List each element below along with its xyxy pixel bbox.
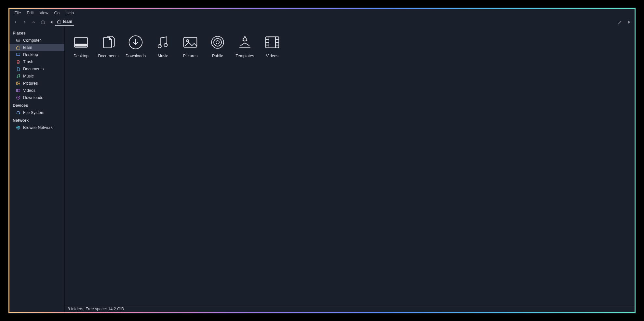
home-icon xyxy=(16,45,20,50)
downloads-icon xyxy=(16,95,20,100)
svg-point-21 xyxy=(158,45,161,48)
sidebar-item-computer[interactable]: Computer xyxy=(9,37,64,44)
svg-point-16 xyxy=(19,113,19,114)
folder-label: Downloads xyxy=(126,54,146,58)
back-button[interactable] xyxy=(11,18,20,26)
downloads-folder-icon xyxy=(127,34,144,51)
music-icon xyxy=(16,74,20,78)
menu-view[interactable]: View xyxy=(37,10,51,16)
menu-bar: FileEditViewGoHelp xyxy=(9,9,635,17)
folder-label: Templates xyxy=(236,54,254,58)
breadcrumb-right-icon[interactable] xyxy=(624,18,633,26)
folder-grid[interactable]: DesktopDocumentsDownloadsMusicPicturesPu… xyxy=(65,27,635,305)
svg-point-27 xyxy=(211,36,223,48)
folder-templates[interactable]: Templates xyxy=(231,32,259,60)
folder-label: Music xyxy=(158,54,168,58)
music-folder-icon xyxy=(154,34,172,51)
sidebar-item-documents[interactable]: Documents xyxy=(9,65,64,73)
documents-folder-icon xyxy=(100,34,117,51)
breadcrumb-left-icon[interactable] xyxy=(50,20,53,24)
sidebar-item-pictures[interactable]: Pictures xyxy=(9,80,64,87)
sidebar-header-places: Places xyxy=(9,29,64,37)
sidebar-item-label: Browse Network xyxy=(23,125,53,130)
sidebar-item-file-system[interactable]: File System xyxy=(9,109,64,116)
sidebar-item-music[interactable]: Music xyxy=(9,73,64,80)
folder-label: Documents xyxy=(98,54,118,58)
home-button[interactable] xyxy=(38,18,47,26)
menu-edit[interactable]: Edit xyxy=(24,10,37,16)
public-folder-icon xyxy=(209,34,226,51)
edit-path-button[interactable] xyxy=(615,18,624,26)
svg-point-8 xyxy=(17,77,18,77)
svg-point-24 xyxy=(186,40,189,42)
svg-marker-0 xyxy=(50,21,52,24)
folder-label: Videos xyxy=(266,54,278,58)
sidebar-item-label: team xyxy=(23,45,32,50)
folder-videos[interactable]: Videos xyxy=(259,32,286,60)
svg-rect-4 xyxy=(17,53,20,56)
sidebar-item-trash[interactable]: Trash xyxy=(9,58,64,65)
status-bar: 8 folders, Free space: 14.2 GiB xyxy=(65,305,635,312)
folder-label: Pictures xyxy=(183,54,197,58)
svg-rect-2 xyxy=(17,39,20,41)
menu-go[interactable]: Go xyxy=(51,10,63,16)
desktop-icon xyxy=(16,52,20,57)
sidebar-item-label: File System xyxy=(23,110,44,115)
computer-icon xyxy=(16,38,20,43)
sidebar-item-desktop[interactable]: Desktop xyxy=(9,51,64,58)
folder-label: Desktop xyxy=(74,54,88,58)
sidebar-item-team[interactable]: team xyxy=(9,44,64,51)
folder-documents[interactable]: Documents xyxy=(95,32,122,60)
sidebar-item-label: Desktop xyxy=(23,52,38,57)
sidebar-item-label: Videos xyxy=(23,88,35,93)
svg-rect-19 xyxy=(75,44,87,46)
videos-icon xyxy=(16,88,20,93)
up-button[interactable] xyxy=(29,18,38,26)
sidebar-item-label: Trash xyxy=(23,60,34,64)
sidebar-item-label: Documents xyxy=(23,67,44,71)
svg-rect-12 xyxy=(17,89,20,92)
pictures-folder-icon xyxy=(181,34,199,51)
folder-label: Public xyxy=(212,54,223,58)
templates-folder-icon xyxy=(236,34,254,51)
pictures-icon xyxy=(16,81,20,86)
sidebar-item-videos[interactable]: Videos xyxy=(9,87,64,94)
svg-point-11 xyxy=(17,83,18,83)
desktop-folder-icon xyxy=(72,34,90,51)
network-icon xyxy=(16,125,20,130)
sidebar-item-label: Computer xyxy=(23,38,41,43)
sidebar-header-devices: Devices xyxy=(9,101,64,109)
svg-point-9 xyxy=(19,77,20,77)
folder-pictures[interactable]: Pictures xyxy=(177,32,204,60)
svg-rect-23 xyxy=(184,37,197,47)
toolbar: team xyxy=(9,17,635,27)
sidebar-item-browse-network[interactable]: Browse Network xyxy=(9,124,64,131)
menu-file[interactable]: File xyxy=(11,10,24,16)
svg-marker-1 xyxy=(628,21,630,24)
breadcrumb-label: team xyxy=(63,19,72,24)
menu-help[interactable]: Help xyxy=(62,10,77,16)
sidebar-item-label: Pictures xyxy=(23,81,38,86)
sidebar-header-network: Network xyxy=(9,116,64,124)
disk-icon xyxy=(16,110,20,115)
folder-public[interactable]: Public xyxy=(204,32,231,60)
svg-point-25 xyxy=(216,41,219,44)
breadcrumb: team xyxy=(50,18,74,26)
content-area: DesktopDocumentsDownloadsMusicPicturesPu… xyxy=(65,27,635,312)
folder-downloads[interactable]: Downloads xyxy=(122,32,149,60)
sidebar-item-label: Downloads xyxy=(23,95,43,100)
folder-desktop[interactable]: Desktop xyxy=(67,32,95,60)
documents-icon xyxy=(16,67,20,71)
trash-icon xyxy=(16,60,20,64)
sidebar-item-downloads[interactable]: Downloads xyxy=(9,94,64,101)
breadcrumb-segment-team[interactable]: team xyxy=(55,18,74,26)
svg-point-26 xyxy=(214,38,221,46)
svg-point-22 xyxy=(164,43,167,47)
sidebar-item-label: Music xyxy=(23,74,34,78)
folder-music[interactable]: Music xyxy=(149,32,177,60)
videos-folder-icon xyxy=(263,34,281,51)
status-text: 8 folders, Free space: 14.2 GiB xyxy=(68,307,124,311)
sidebar: PlacesComputerteamDesktopTrashDocumentsM… xyxy=(9,27,65,312)
forward-button[interactable] xyxy=(20,18,29,26)
